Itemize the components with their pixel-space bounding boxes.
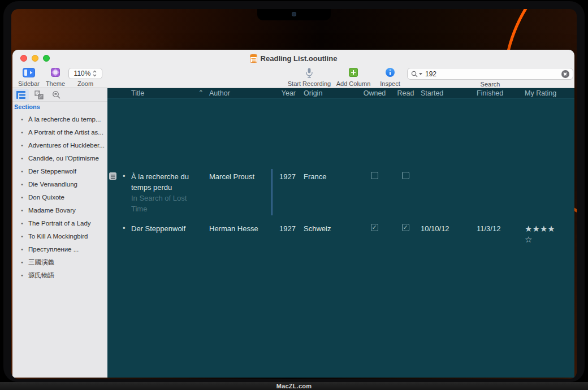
- column-header-finished[interactable]: Finished: [469, 89, 520, 97]
- started-cell[interactable]: [418, 168, 469, 218]
- column-edit-indicator: [271, 169, 273, 215]
- origin-cell[interactable]: Schweiz: [296, 220, 356, 247]
- zoom-stepper[interactable]: 110%: [68, 68, 102, 79]
- table-row[interactable]: • Der Steppenwolf Herman Hesse 1927 Schw…: [107, 220, 574, 247]
- sidebar-item-label: Der Steppenwolf: [28, 168, 76, 175]
- column-header-title[interactable]: Title ^: [107, 89, 204, 97]
- tab-sections[interactable]: [14, 89, 29, 101]
- theme-button[interactable]: Theme: [44, 68, 67, 87]
- read-cell: [393, 220, 418, 247]
- zoom-label: Zoom: [77, 81, 93, 87]
- table-body: • À la recherche du temps perdu In Searc…: [107, 98, 574, 378]
- sidebar-item[interactable]: A Portrait of the Artist as...: [12, 126, 107, 139]
- sidebar-item[interactable]: 三國演義: [12, 256, 107, 269]
- sidebar-item-label: Candide, ou l'Optimisme: [28, 155, 99, 162]
- finished-cell[interactable]: 11/3/12: [469, 220, 520, 247]
- laptop-bezel: Readling List.ooutline Sidebar: [3, 1, 585, 382]
- sort-ascending-icon[interactable]: ^: [200, 89, 202, 96]
- sidebar-item[interactable]: Die Verwandlung: [12, 178, 107, 191]
- column-header-year[interactable]: Year: [271, 89, 296, 97]
- search-input[interactable]: 192: [407, 68, 573, 80]
- styles-icon: [34, 90, 44, 99]
- sidebar-toggle-button[interactable]: Sidebar: [16, 68, 42, 87]
- sidebar-tabstrip: [12, 88, 107, 102]
- outline-table: Title ^ Author Year Origin Owned Read St…: [107, 88, 574, 378]
- microphone-icon: [306, 68, 313, 78]
- column-header-author[interactable]: Author: [204, 89, 271, 97]
- row-title[interactable]: Der Steppenwolf: [131, 223, 201, 234]
- sidebar-item-label: Madame Bovary: [28, 207, 76, 214]
- read-checkbox[interactable]: [402, 224, 409, 231]
- rating-cell[interactable]: ★★★★ ☆: [520, 220, 574, 247]
- column-header-owned[interactable]: Owned: [356, 89, 393, 97]
- clear-search-button[interactable]: [561, 70, 569, 78]
- year-cell[interactable]: 1927: [271, 168, 296, 218]
- column-header-started[interactable]: Started: [418, 89, 469, 97]
- read-checkbox[interactable]: [402, 172, 409, 179]
- owned-checkbox[interactable]: [371, 224, 378, 231]
- sidebar-item-label: Die Verwandlung: [28, 181, 77, 188]
- sections-list: À la recherche du temp... A Portrait of …: [12, 111, 107, 282]
- laptop-chin: MacZL.com: [0, 382, 588, 390]
- rating-stars-filled[interactable]: ★★★★: [525, 223, 574, 234]
- title-header-label: Title: [131, 89, 144, 97]
- sidebar-item[interactable]: Candide, ou l'Optimisme: [12, 152, 107, 165]
- year-cell[interactable]: 1927: [271, 220, 296, 247]
- search-scope-chevron-icon[interactable]: [419, 73, 422, 75]
- camera-dot: [292, 12, 296, 16]
- column-header-origin[interactable]: Origin: [296, 89, 356, 97]
- window-chrome: Readling List.ooutline Sidebar: [12, 50, 574, 88]
- desktop-wallpaper: Readling List.ooutline Sidebar: [11, 9, 577, 379]
- owned-checkbox[interactable]: [371, 172, 378, 179]
- table-header-row: Title ^ Author Year Origin Owned Read St…: [107, 88, 574, 98]
- sidebar-icon: [23, 68, 35, 77]
- sidebar-item[interactable]: À la recherche du temp...: [12, 113, 107, 126]
- start-recording-label: Start Recording: [288, 81, 331, 87]
- rating-cell[interactable]: [520, 168, 574, 218]
- owned-cell: [356, 168, 393, 218]
- add-column-icon: [349, 68, 358, 77]
- tab-find[interactable]: [49, 89, 64, 101]
- add-column-label: Add Column: [336, 81, 371, 87]
- row-title[interactable]: À la recherche du temps perdu: [131, 171, 201, 193]
- title-cell[interactable]: • À la recherche du temps perdu In Searc…: [107, 168, 204, 218]
- start-recording-button[interactable]: Start Recording: [286, 68, 333, 87]
- row-handle-icon[interactable]: [109, 172, 116, 180]
- theme-icon: [51, 68, 60, 77]
- inspect-button[interactable]: Inspect: [369, 68, 412, 87]
- search-value[interactable]: 192: [425, 70, 561, 78]
- window-content: Sections À la recherche du temp... A Por…: [12, 88, 574, 378]
- sidebar-item-label: Преступление ...: [28, 246, 79, 253]
- titlebar[interactable]: Readling List.ooutline: [12, 50, 574, 67]
- zoom-control[interactable]: 110% Zoom: [67, 68, 104, 87]
- finished-cell[interactable]: [469, 168, 520, 218]
- sidebar-item[interactable]: Don Quixote: [12, 191, 107, 204]
- row-note[interactable]: In Search of Lost Time: [131, 193, 193, 214]
- sidebar-item[interactable]: Der Steppenwolf: [12, 165, 107, 178]
- sidebar-item[interactable]: 源氏物語: [12, 269, 107, 282]
- sidebar-item[interactable]: The Portrait of a Lady: [12, 217, 107, 230]
- origin-cell[interactable]: France: [296, 168, 356, 218]
- table-row[interactable]: • À la recherche du temps perdu In Searc…: [107, 168, 574, 218]
- sidebar-item[interactable]: To Kill A Mockingbird: [12, 230, 107, 243]
- sidebar-item[interactable]: Madame Bovary: [12, 204, 107, 217]
- empty-rows-area: [107, 98, 574, 168]
- sidebar-item[interactable]: Adventures of Huckleber...: [12, 139, 107, 152]
- rating-star-empty[interactable]: ☆: [525, 234, 574, 245]
- sidebar-item-label: A Portrait of the Artist as...: [28, 129, 103, 136]
- info-icon: [386, 68, 395, 77]
- author-cell[interactable]: Herman Hesse: [204, 220, 271, 247]
- search-label: Search: [407, 81, 573, 88]
- column-header-my-rating[interactable]: My Rating: [520, 89, 574, 97]
- tab-styles[interactable]: [31, 89, 46, 101]
- sidebar-item[interactable]: Преступление ...: [12, 243, 107, 256]
- started-cell[interactable]: 10/10/12: [418, 220, 469, 247]
- document-icon: [250, 54, 257, 63]
- watermark-text: MacZL.com: [276, 383, 312, 389]
- row-bullet-icon[interactable]: •: [123, 171, 126, 181]
- column-header-read[interactable]: Read: [393, 89, 418, 97]
- camera-notch: [257, 9, 331, 20]
- title-cell[interactable]: • Der Steppenwolf: [107, 220, 204, 247]
- author-cell[interactable]: Marcel Proust: [204, 168, 271, 218]
- row-bullet-icon[interactable]: •: [123, 223, 126, 233]
